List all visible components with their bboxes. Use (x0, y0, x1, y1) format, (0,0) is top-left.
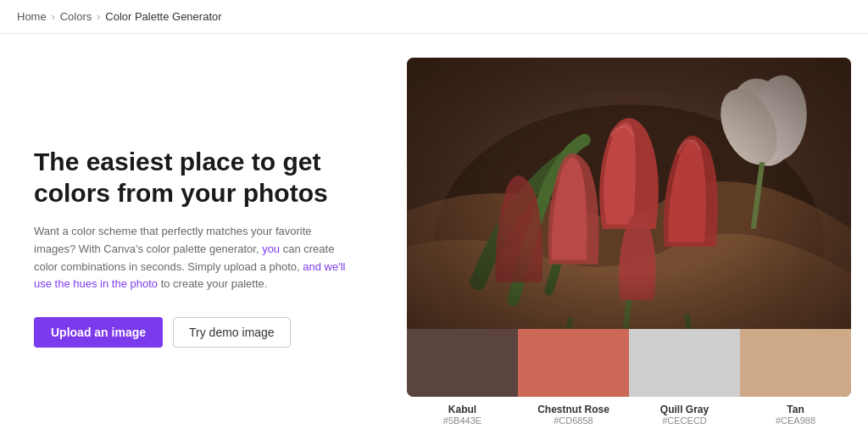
breadcrumb-sep-2: › (97, 11, 100, 23)
image-container (407, 58, 851, 397)
swatch-name-3: Tan (740, 404, 851, 415)
swatch-label-1: Chestnut Rose#CD6858 (518, 404, 629, 426)
color-swatch-2 (629, 329, 740, 397)
swatch-hex-3: #CEA988 (740, 415, 851, 426)
right-panel: Kabul#5B443EChestnut Rose#CD6858Quill Gr… (407, 34, 868, 429)
hero-title: The easiest place to get colors from you… (34, 146, 373, 209)
breadcrumb-home[interactable]: Home (17, 10, 47, 23)
color-swatch-3 (740, 329, 851, 397)
left-panel: The easiest place to get colors from you… (0, 34, 407, 429)
main-layout: The easiest place to get colors from you… (0, 34, 868, 429)
demo-image-button[interactable]: Try demo image (173, 317, 291, 348)
breadcrumb-colors[interactable]: Colors (60, 10, 92, 23)
color-swatch-0 (407, 329, 518, 397)
swatch-hex-0: #5B443E (407, 415, 518, 426)
hero-desc-link1[interactable]: you (262, 242, 280, 255)
top-nav: Home › Colors › Color Palette Generator (0, 0, 868, 34)
upload-image-button[interactable]: Upload an image (34, 317, 163, 348)
swatch-label-3: Tan#CEA988 (740, 404, 851, 426)
breadcrumb: Home › Colors › Color Palette Generator (17, 10, 222, 23)
swatch-name-0: Kabul (407, 404, 518, 415)
swatch-name-1: Chestnut Rose (518, 404, 629, 415)
swatch-label-2: Quill Gray#CECECD (629, 404, 740, 426)
button-group: Upload an image Try demo image (34, 317, 373, 348)
color-swatch-1 (518, 329, 629, 397)
hero-desc-text3: to create your palette. (158, 277, 267, 290)
breadcrumb-sep-1: › (52, 11, 55, 23)
flower-image (407, 58, 851, 329)
swatch-labels: Kabul#5B443EChestnut Rose#CD6858Quill Gr… (407, 404, 851, 426)
swatch-name-2: Quill Gray (629, 404, 740, 415)
breadcrumb-current: Color Palette Generator (105, 10, 221, 23)
svg-rect-10 (407, 58, 851, 329)
hero-description: Want a color scheme that perfectly match… (34, 223, 356, 293)
swatch-hex-1: #CD6858 (518, 415, 629, 426)
swatch-hex-2: #CECECD (629, 415, 740, 426)
swatches-row (407, 329, 851, 397)
swatch-label-0: Kabul#5B443E (407, 404, 518, 426)
